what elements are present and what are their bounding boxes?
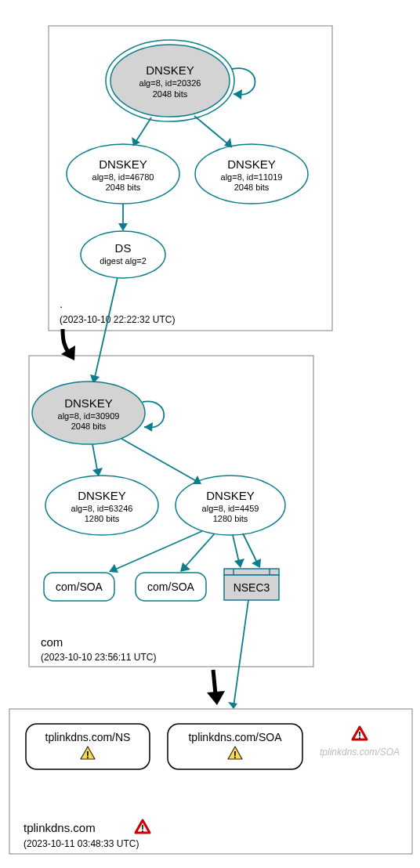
- edge: [109, 531, 202, 573]
- edge: [92, 444, 103, 476]
- rrset-label: com/SOA: [56, 580, 103, 593]
- svg-rect-19: [224, 569, 279, 575]
- dnskey-label: DNSKEY: [64, 396, 113, 410]
- svg-text:!: !: [234, 749, 237, 761]
- edge: [118, 204, 128, 231]
- svg-marker-8: [118, 223, 128, 231]
- rrset-label: tplinkdns.com/SOA: [188, 731, 282, 743]
- svg-marker-30: [207, 691, 225, 705]
- dnskey-bits: 2048 bits: [71, 421, 107, 431]
- svg-text:!: !: [86, 749, 89, 761]
- zone-tpl-label: tplinkdns.com: [24, 821, 96, 834]
- arrowhead: [144, 422, 153, 432]
- ds-root-to-com[interactable]: DS digest alg=2: [81, 231, 165, 278]
- dnskey-alg: alg=8, id=46780: [92, 172, 154, 182]
- dnskey-label: DNSKEY: [206, 489, 255, 502]
- error-icon[interactable]: !: [353, 727, 367, 741]
- edge: [233, 535, 244, 568]
- arrowhead: [234, 89, 242, 99]
- edge: [132, 118, 151, 146]
- dnskey-label: DNSKEY: [146, 63, 194, 77]
- zone-com-ts: (2023-10-10 23:56:11 UTC): [41, 652, 156, 663]
- dnskey-bits: 2048 bits: [234, 183, 270, 192]
- edge: [228, 600, 248, 709]
- rrset-label: com/SOA: [147, 580, 195, 593]
- rrset-tpl-soa[interactable]: tplinkdns.com/SOA !: [168, 724, 302, 769]
- delegation-com-to-tplink: [207, 670, 225, 705]
- dnskey-bits: 2048 bits: [153, 89, 188, 99]
- dnskey-root-46780[interactable]: DNSKEY alg=8, id=46780 2048 bits: [67, 144, 179, 204]
- edge: [121, 439, 201, 484]
- error-icon[interactable]: !: [136, 820, 150, 834]
- dnskey-root-11019[interactable]: DNSKEY alg=8, id=11019 2048 bits: [195, 144, 308, 204]
- ds-label: DS: [115, 241, 132, 255]
- dnskey-com-63246[interactable]: DNSKEY alg=8, id=63246 1280 bits: [45, 476, 158, 535]
- rrset-label: tplinkdns.com/NS: [45, 731, 131, 743]
- dnskey-bits: 1280 bits: [213, 514, 248, 523]
- dnskey-label: DNSKEY: [78, 489, 126, 502]
- rrset-label-ghost: tplinkdns.com/SOA: [320, 747, 400, 758]
- svg-marker-10: [61, 345, 75, 360]
- zone-com-label: com: [41, 635, 63, 649]
- nsec3-box[interactable]: NSEC3: [224, 569, 279, 600]
- rrset-tpl-soa-ghost[interactable]: tplinkdns.com/SOA !: [320, 727, 400, 758]
- edge: [194, 116, 232, 147]
- self-loop: [232, 68, 255, 95]
- dnskey-bits: 1280 bits: [85, 514, 120, 523]
- dnskey-com-4459[interactable]: DNSKEY alg=8, id=4459 1280 bits: [176, 476, 285, 535]
- self-loop: [143, 401, 164, 427]
- svg-text:!: !: [141, 823, 144, 834]
- svg-marker-31: [228, 702, 237, 709]
- edge: [243, 533, 261, 568]
- svg-point-5: [81, 231, 165, 278]
- ds-alg: digest alg=2: [100, 256, 147, 266]
- dnskey-com-ksk[interactable]: DNSKEY alg=8, id=30909 2048 bits: [32, 382, 145, 444]
- dnskey-label: DNSKEY: [227, 157, 276, 171]
- svg-marker-25: [234, 559, 244, 568]
- zone-root-label: .: [60, 297, 63, 310]
- dnskey-alg: alg=8, id=20326: [139, 78, 201, 88]
- zone-root-ts: (2023-10-10 22:22:32 UTC): [60, 314, 175, 325]
- dnskey-label: DNSKEY: [99, 157, 147, 171]
- svg-text:!: !: [358, 730, 361, 741]
- dnskey-alg: alg=8, id=11019: [221, 172, 283, 182]
- dnskey-alg: alg=8, id=4459: [202, 504, 259, 513]
- zone-tpl-ts: (2023-10-11 03:48:33 UTC): [24, 838, 139, 849]
- dnskey-bits: 2048 bits: [106, 183, 141, 192]
- dnskey-alg: alg=8, id=30909: [58, 411, 120, 421]
- rrset-com-soa-2[interactable]: com/SOA: [136, 573, 206, 601]
- dnskey-root-ksk[interactable]: DNSKEY alg=8, id=20326 2048 bits: [106, 40, 234, 121]
- rrset-tpl-ns[interactable]: tplinkdns.com/NS !: [26, 724, 150, 769]
- dnskey-alg: alg=8, id=63246: [71, 504, 133, 513]
- rrset-com-soa-1[interactable]: com/SOA: [44, 573, 114, 601]
- svg-marker-24: [180, 562, 190, 572]
- nsec-label: NSEC3: [234, 581, 270, 594]
